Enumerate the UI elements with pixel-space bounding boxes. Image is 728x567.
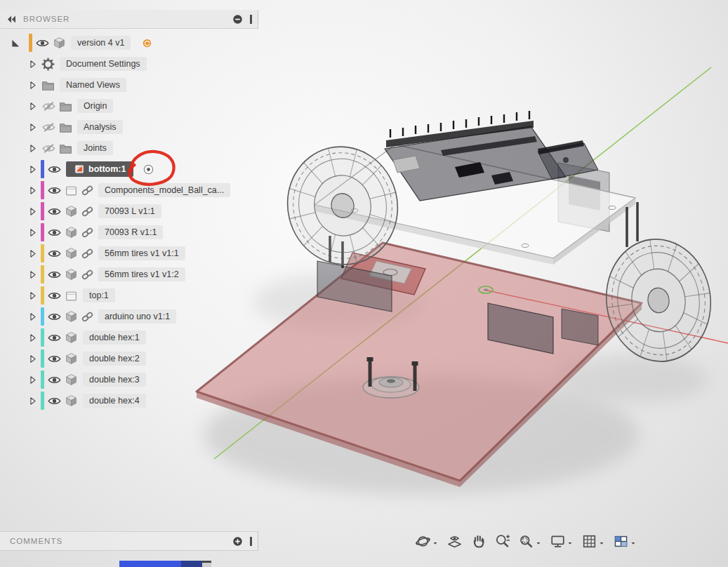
tree-item-version-4-v1[interactable]: version 4 v1 — [0, 32, 258, 53]
expand-arrow-icon[interactable] — [27, 79, 39, 91]
tree-item-pill[interactable]: Document Settings — [60, 57, 147, 71]
pan-button[interactable] — [470, 533, 487, 549]
tree-item-pill[interactable]: double hex:3 — [83, 373, 146, 387]
plus-circle-icon[interactable] — [232, 535, 244, 547]
orbit-button[interactable] — [415, 533, 439, 549]
tree-item-pill[interactable]: 56mm tires v1 v1:2 — [98, 267, 185, 281]
display-settings-button[interactable] — [550, 533, 574, 549]
expand-arrow-icon[interactable] — [27, 121, 39, 133]
tree-item-pill[interactable]: 56mm tires v1 v1:1 — [98, 246, 185, 260]
tree-item-pill[interactable]: 70093 R v1:1 — [98, 225, 163, 239]
expand-arrow-icon[interactable] — [27, 206, 39, 218]
tree-item-components-model-ball-ca[interactable]: Components_model_Ball_ca... — [0, 180, 258, 201]
visibility-eye-icon[interactable] — [47, 394, 62, 408]
visibility-eye-icon[interactable] — [47, 204, 62, 219]
tree-item-pill[interactable]: Named Views — [60, 78, 126, 92]
tree-item-arduino-uno-v1-1[interactable]: arduino uno v1:1 — [0, 306, 258, 327]
panel-resize-grip[interactable] — [250, 15, 252, 24]
visibility-eye-icon[interactable] — [47, 352, 62, 366]
tree-item-document-settings[interactable]: Document Settings — [0, 53, 258, 74]
tree-item-double-hex-4[interactable]: double hex:4 — [0, 390, 258, 411]
expand-arrow-icon[interactable] — [27, 311, 39, 323]
caret-down-icon[interactable] — [535, 540, 542, 547]
expand-arrow-icon[interactable] — [27, 248, 39, 260]
tree-item-pill[interactable]: Components_model_Ball_ca... — [98, 183, 230, 197]
progress-fill — [119, 561, 181, 567]
caret-down-icon[interactable] — [630, 540, 637, 547]
tree-item-double-hex-2[interactable]: double hex:2 — [0, 348, 258, 369]
tree-item-label: Analysis — [84, 122, 117, 132]
tree-item-double-hex-1[interactable]: double hex:1 — [0, 327, 258, 348]
tree-item-named-views[interactable]: Named Views — [0, 74, 258, 95]
right-wheel — [599, 232, 719, 368]
tree-item-pill[interactable]: double hex:4 — [83, 394, 146, 408]
tree-item-bottom-1[interactable]: bottom:1 — [0, 159, 258, 180]
expand-arrow-icon[interactable] — [27, 227, 39, 239]
visibility-eye-icon[interactable] — [35, 36, 50, 51]
visibility-eye-icon[interactable] — [47, 183, 62, 198]
tree-item-top-1[interactable]: top:1 — [0, 285, 258, 306]
expand-arrow-icon[interactable] — [27, 290, 39, 302]
expand-arrow-icon[interactable] — [27, 100, 39, 112]
caret-down-icon[interactable] — [432, 540, 439, 547]
tree-item-70093-l-v1-1[interactable]: 70093 L v1:1 — [0, 201, 258, 222]
expand-arrow-icon[interactable] — [27, 374, 39, 386]
fit-button[interactable] — [518, 533, 542, 549]
visibility-eye-icon[interactable] — [47, 288, 62, 303]
tree-item-56mm-tires-v1-v1-1[interactable]: 56mm tires v1 v1:1 — [0, 243, 258, 264]
component-color-bar — [41, 307, 44, 326]
tree-item-pill[interactable]: bottom:1 — [66, 161, 133, 177]
link-icon — [81, 205, 94, 218]
comments-title: COMMENTS — [10, 537, 232, 545]
expand-arrow-icon[interactable] — [27, 332, 39, 344]
visibility-eye-off-icon[interactable] — [41, 141, 56, 156]
look-at-button[interactable] — [446, 533, 463, 549]
tree-item-origin[interactable]: Origin — [0, 95, 258, 116]
tree-item-pill[interactable]: 70093 L v1:1 — [98, 204, 161, 218]
grid-settings-button[interactable] — [581, 533, 605, 549]
tree-item-joints[interactable]: Joints — [0, 138, 258, 159]
expand-arrow-icon[interactable] — [27, 164, 39, 175]
visibility-eye-icon[interactable] — [47, 331, 62, 345]
collapse-panel-icon[interactable] — [6, 13, 18, 25]
visibility-eye-icon[interactable] — [47, 267, 62, 282]
tree-item-pill[interactable]: Origin — [77, 99, 113, 113]
tree-item-double-hex-3[interactable]: double hex:3 — [0, 369, 258, 390]
visibility-eye-off-icon[interactable] — [41, 120, 56, 135]
expand-arrow-icon[interactable] — [27, 353, 39, 365]
minus-circle-icon[interactable] — [232, 13, 244, 25]
tree-item-label: double hex:4 — [89, 396, 140, 406]
viewports-button[interactable] — [613, 533, 637, 549]
component-color-bar — [41, 202, 44, 220]
zoom-button[interactable] — [494, 533, 510, 549]
tree-item-70093-r-v1-1[interactable]: 70093 R v1:1 — [0, 222, 258, 243]
visibility-eye-icon[interactable] — [47, 373, 62, 387]
comments-bar[interactable]: COMMENTS — [0, 531, 258, 551]
visibility-eye-icon[interactable] — [47, 225, 62, 240]
visibility-eye-icon[interactable] — [47, 246, 62, 261]
expand-arrow-icon[interactable] — [27, 269, 39, 281]
expand-arrow-icon[interactable] — [27, 185, 39, 196]
tree-item-pill[interactable]: version 4 v1 — [71, 36, 131, 50]
tree-item-analysis[interactable]: Analysis — [0, 116, 258, 138]
activate-component-radio[interactable] — [143, 164, 154, 175]
caret-down-icon[interactable] — [598, 540, 605, 547]
tree-item-pill[interactable]: top:1 — [83, 288, 115, 302]
caret-down-icon[interactable] — [567, 540, 574, 547]
expand-arrow-icon[interactable] — [27, 142, 39, 154]
out-of-date-badge-icon — [142, 38, 152, 48]
expand-arrow-icon[interactable] — [27, 58, 39, 70]
comments-resize-grip[interactable] — [250, 537, 252, 546]
tree-item-pill[interactable]: Analysis — [77, 120, 123, 134]
visibility-eye-icon[interactable] — [47, 309, 62, 324]
expand-arrow-icon[interactable] — [27, 395, 39, 407]
radio-button-icon[interactable] — [143, 164, 154, 175]
tree-item-pill[interactable]: double hex:1 — [83, 331, 146, 345]
visibility-eye-off-icon[interactable] — [41, 99, 56, 114]
tree-item-pill[interactable]: Joints — [77, 141, 113, 155]
visibility-eye-icon[interactable] — [47, 162, 62, 177]
tree-item-pill[interactable]: arduino uno v1:1 — [98, 309, 176, 323]
link-icon — [81, 184, 94, 197]
tree-item-56mm-tires-v1-v1-2[interactable]: 56mm tires v1 v1:2 — [0, 264, 258, 285]
tree-item-pill[interactable]: double hex:2 — [83, 352, 146, 366]
